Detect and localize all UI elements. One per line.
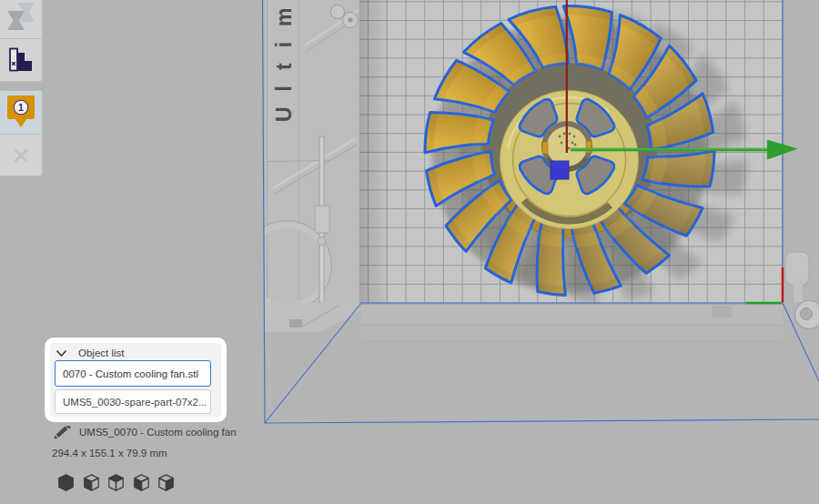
view-3d-button[interactable] bbox=[58, 474, 74, 491]
mirror-tool-button[interactable] bbox=[0, 0, 42, 38]
view-left-button[interactable] bbox=[134, 474, 149, 491]
support-blocker-button[interactable] bbox=[0, 134, 42, 176]
rename-pencil-icon[interactable] bbox=[54, 426, 71, 439]
extruder-number: 1 bbox=[18, 101, 24, 112]
machine-frame-left: Ultimaker bbox=[242, 0, 362, 332]
object-item-label: UMS5_0030-spare-part-07x2... bbox=[63, 397, 207, 408]
chevron-down-icon bbox=[56, 349, 67, 358]
view-3d-icon bbox=[58, 474, 74, 491]
view-front-icon bbox=[84, 474, 99, 491]
machine-base-band bbox=[361, 304, 783, 341]
cura-window: Ultimaker bbox=[0, 0, 819, 504]
ultimaker-logo-text: Ultimaker bbox=[272, 0, 296, 122]
object-list-header[interactable]: Object list bbox=[56, 346, 125, 360]
selected-model-name: UMS5_0070 - Custom cooling fan bbox=[79, 427, 237, 438]
view-top-icon bbox=[108, 474, 124, 491]
object-list-panel: Object list 0070 - Custom cooling fan.st… bbox=[45, 338, 227, 422]
per-model-settings-button[interactable] bbox=[0, 38, 42, 81]
selected-model-dimensions: 294.4 x 155.1 x 79.9 mm bbox=[52, 448, 167, 459]
extruder-1-button[interactable]: 1 bbox=[0, 91, 42, 134]
tool-group-extruders: 1 bbox=[0, 90, 43, 176]
object-list-title: Object list bbox=[78, 348, 125, 358]
view-top-button[interactable] bbox=[108, 474, 124, 491]
view-front-button[interactable] bbox=[84, 474, 99, 491]
close-x-icon bbox=[14, 147, 29, 163]
object-list-item[interactable]: UMS5_0030-spare-part-07x2... bbox=[55, 389, 211, 414]
object-list-item-selected[interactable]: 0070 - Custom cooling fan.stl bbox=[55, 360, 211, 387]
extruder-1-badge-icon: 1 bbox=[6, 95, 35, 131]
camera-view-buttons bbox=[58, 474, 184, 491]
machine-frame-right bbox=[785, 252, 819, 329]
per-model-settings-icon bbox=[8, 47, 34, 73]
object-item-label: 0070 - Custom cooling fan.stl bbox=[63, 368, 198, 379]
gizmo-handle-blue-square[interactable] bbox=[551, 161, 569, 179]
grid-edge-shade bbox=[359, 0, 390, 303]
view-right-button[interactable] bbox=[158, 474, 174, 491]
mirror-icon bbox=[6, 3, 35, 32]
tool-group-top bbox=[0, 0, 43, 82]
view-right-icon bbox=[158, 474, 174, 491]
view-left-icon bbox=[134, 474, 149, 491]
